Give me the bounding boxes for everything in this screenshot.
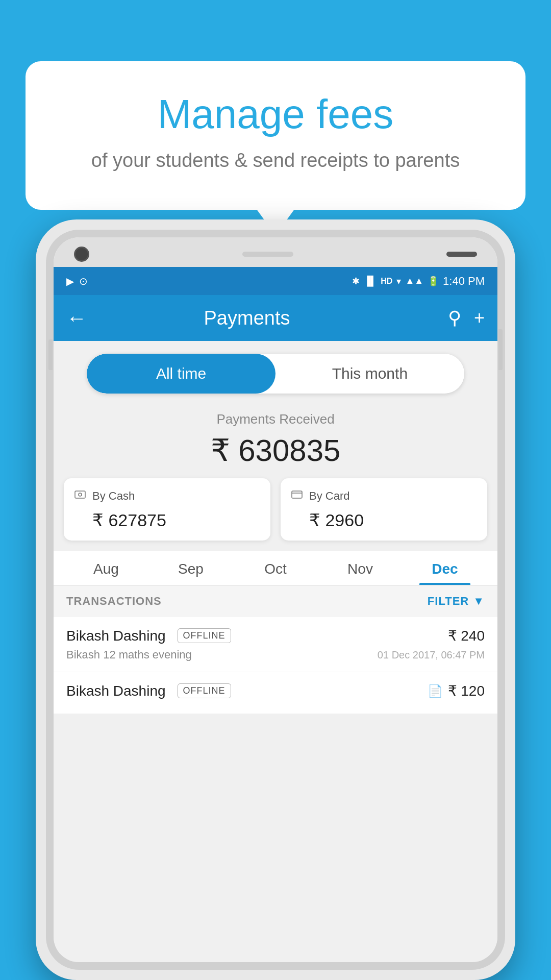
transaction-date-1: 01 Dec 2017, 06:47 PM: [378, 649, 485, 661]
card-card-header: By Card: [291, 488, 477, 504]
this-month-button[interactable]: This month: [276, 354, 464, 394]
speaker-bar: [242, 252, 293, 257]
app-bar-actions: ⚲ +: [448, 307, 485, 329]
cash-label: By Cash: [92, 489, 135, 503]
payments-received-amount: ₹ 630835: [54, 432, 497, 468]
transaction-amount-1: ₹ 240: [448, 627, 485, 644]
transaction-row-2[interactable]: Bikash Dashing OFFLINE 📄 ₹ 120: [54, 672, 497, 714]
app-bar-title: Payments: [97, 307, 397, 329]
cash-amount: ₹ 627875: [92, 510, 260, 530]
bubble-title: Manage fees: [56, 92, 495, 137]
camera-row: [54, 237, 497, 267]
card-amount: ₹ 2960: [309, 510, 477, 530]
filter-icon: ▼: [473, 595, 485, 608]
status-left-icons: ▶ ⊙: [66, 275, 88, 287]
status-bar: ▶ ⊙ ✱ ▐▌ HD ▾ ▲▲ 🔋 1:40 PM: [54, 267, 497, 295]
card-card: By Card ₹ 2960: [281, 478, 487, 541]
status-icon-circle: ⊙: [79, 275, 88, 287]
filter-button[interactable]: FILTER ▼: [428, 595, 485, 608]
search-icon[interactable]: ⚲: [448, 307, 461, 329]
svg-rect-2: [292, 491, 302, 498]
transaction-top-1: Bikash Dashing OFFLINE ₹ 240: [66, 627, 485, 644]
svg-point-1: [79, 493, 82, 496]
phone-mockup: ▶ ⊙ ✱ ▐▌ HD ▾ ▲▲ 🔋 1:40 PM: [36, 219, 515, 980]
tab-nov[interactable]: Nov: [318, 551, 403, 585]
tab-sep[interactable]: Sep: [148, 551, 233, 585]
side-button-left: [48, 339, 53, 370]
transaction-top-2: Bikash Dashing OFFLINE 📄 ₹ 120: [66, 682, 485, 699]
transaction-badge-2: OFFLINE: [178, 683, 231, 698]
add-icon[interactable]: +: [474, 307, 485, 329]
card-label: By Card: [309, 489, 349, 503]
doc-icon: 📄: [428, 684, 443, 698]
transaction-name-2: Bikash Dashing: [66, 683, 166, 699]
signal-icon: ▲▲: [405, 276, 423, 286]
content-area: All time This month Payments Received ₹ …: [54, 341, 497, 962]
transaction-amount-area-2: 📄 ₹ 120: [428, 682, 485, 699]
card-icon: [291, 488, 303, 504]
payments-received-label: Payments Received: [54, 411, 497, 427]
tab-oct[interactable]: Oct: [233, 551, 318, 585]
payments-received-section: Payments Received ₹ 630835: [54, 406, 497, 478]
transaction-bottom-1: Bikash 12 maths evening 01 Dec 2017, 06:…: [66, 648, 485, 662]
back-button[interactable]: ←: [66, 307, 87, 330]
bubble-subtitle: of your students & send receipts to pare…: [56, 147, 495, 174]
transactions-header: TRANSACTIONS FILTER ▼: [54, 585, 497, 617]
all-time-button[interactable]: All time: [87, 354, 276, 394]
app-bar: ← Payments ⚲ +: [54, 295, 497, 341]
month-tabs: Aug Sep Oct Nov Dec: [54, 551, 497, 585]
phone-screen: ▶ ⊙ ✱ ▐▌ HD ▾ ▲▲ 🔋 1:40 PM: [54, 237, 497, 962]
transaction-desc-1: Bikash 12 maths evening: [66, 648, 192, 662]
side-button-right: [498, 329, 503, 370]
transaction-left-2: Bikash Dashing OFFLINE: [66, 683, 231, 699]
time-toggle: All time This month: [87, 354, 464, 394]
transaction-badge-1: OFFLINE: [178, 628, 231, 643]
transaction-left-1: Bikash Dashing OFFLINE: [66, 628, 231, 644]
bluetooth-icon: ✱: [352, 276, 360, 287]
speech-bubble: Manage fees of your students & send rece…: [26, 61, 525, 210]
battery-icon: 🔋: [428, 276, 439, 287]
transaction-row-1[interactable]: Bikash Dashing OFFLINE ₹ 240 Bikash 12 m…: [54, 617, 497, 672]
filter-label: FILTER: [428, 595, 469, 608]
cash-card: By Cash ₹ 627875: [64, 478, 270, 541]
transactions-label: TRANSACTIONS: [66, 595, 162, 608]
transaction-amount-2: ₹ 120: [448, 682, 485, 699]
earpiece: [446, 252, 477, 257]
tab-aug[interactable]: Aug: [64, 551, 148, 585]
status-time: 1:40 PM: [443, 275, 485, 288]
svg-rect-0: [75, 491, 85, 498]
tab-dec[interactable]: Dec: [403, 551, 487, 585]
camera-lens: [74, 247, 89, 262]
status-icon-play: ▶: [66, 275, 74, 287]
transaction-name-1: Bikash Dashing: [66, 628, 166, 644]
payment-cards-row: By Cash ₹ 627875: [54, 478, 497, 551]
hd-badge: HD: [381, 277, 392, 286]
cash-icon: [74, 488, 86, 504]
status-right-area: ✱ ▐▌ HD ▾ ▲▲ 🔋 1:40 PM: [352, 275, 485, 288]
cash-card-header: By Cash: [74, 488, 260, 504]
wifi-icon: ▾: [396, 276, 401, 287]
vibrate-icon: ▐▌: [364, 276, 377, 286]
